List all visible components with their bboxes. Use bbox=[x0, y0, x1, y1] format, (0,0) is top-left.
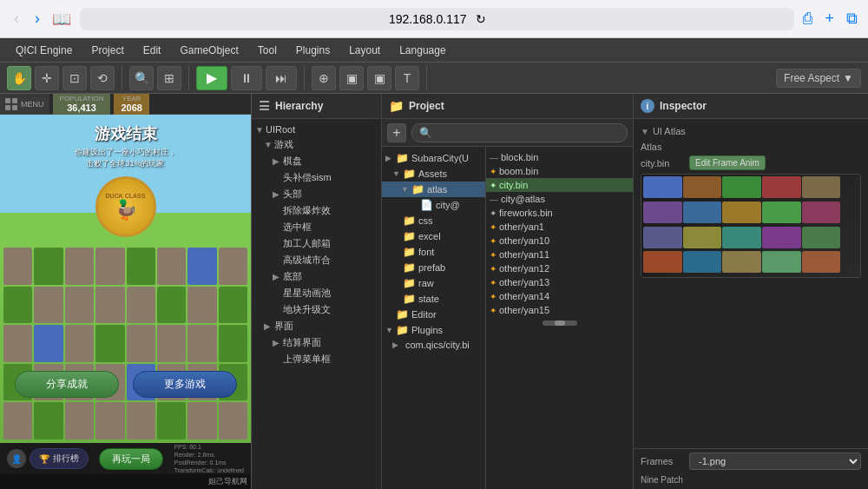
project-toolbar: + 🔍 bbox=[382, 119, 633, 147]
folder-city-at[interactable]: 📄 city@ bbox=[382, 197, 485, 213]
free-aspect-dropdown[interactable]: Free Aspect ▼ bbox=[776, 69, 861, 88]
rotate-tool-button[interactable]: ⟲ bbox=[90, 66, 115, 90]
menu-gameobject[interactable]: GameObject bbox=[171, 42, 247, 59]
free-aspect-label: Free Aspect bbox=[784, 72, 839, 84]
folder-com-qics[interactable]: ▶ com.qics/city.bi bbox=[382, 338, 485, 352]
rank-button[interactable]: 🏆 排行榜 bbox=[30, 448, 89, 469]
share-achievement-button[interactable]: 分享成就 bbox=[15, 371, 119, 398]
menu-tool[interactable]: Tool bbox=[249, 42, 286, 59]
file-city-atlas[interactable]: — city@atlas bbox=[486, 192, 633, 206]
tree-item-menu[interactable]: 上弹菜单框 bbox=[252, 351, 381, 367]
folder-icon: 📁 bbox=[396, 324, 409, 336]
file-fireworks-bin[interactable]: ✦ fireworks.bin bbox=[486, 206, 633, 220]
folder-prefab[interactable]: 📁 prefab bbox=[382, 260, 485, 275]
tree-label: 星星动画池 bbox=[283, 287, 331, 300]
replay-button[interactable]: 再玩一局 bbox=[99, 448, 163, 470]
nine-patch-label: Nine Patch bbox=[641, 475, 683, 485]
project-add-button[interactable]: + bbox=[387, 123, 406, 142]
tree-item-head-comp[interactable]: 头补偿sism bbox=[252, 169, 381, 186]
bookmarks-icon[interactable]: 📖 bbox=[52, 10, 71, 29]
tree-item-explode[interactable]: 拆除爆炸效 bbox=[252, 202, 381, 219]
duck-badge: DUCK CLASS 🦆 bbox=[95, 176, 156, 237]
folder-raw[interactable]: 📁 raw bbox=[382, 275, 485, 291]
more-games-button[interactable]: 更多游戏 bbox=[133, 371, 237, 398]
folder-state[interactable]: 📁 state bbox=[382, 291, 485, 307]
tree-item-star-pool[interactable]: 星星动画池 bbox=[252, 285, 381, 301]
inspector-bottom: Frames -1.png Nine Patch bbox=[634, 448, 868, 489]
url-bar[interactable]: 192.168.0.117 ↻ bbox=[80, 8, 794, 30]
menu-qici-engine[interactable]: QICI Engine bbox=[7, 42, 81, 59]
menu-grid-icon bbox=[5, 98, 17, 110]
hand-tool-button[interactable]: ✋ bbox=[7, 66, 31, 90]
file-other-yan1[interactable]: ✦ other/yan1 bbox=[486, 220, 633, 234]
file-icon-yan1: ✦ bbox=[490, 222, 496, 232]
folder-plugins[interactable]: ▼ 📁 Plugins bbox=[382, 322, 485, 338]
anchor3-tool-button[interactable]: ▣ bbox=[367, 66, 391, 90]
file-other-yan15[interactable]: ✦ other/yan15 bbox=[486, 303, 633, 317]
folder-icon: 📁 bbox=[411, 183, 424, 195]
scale-tool-button[interactable]: ⊡ bbox=[62, 66, 87, 90]
tree-item-ui[interactable]: ▶ 界面 bbox=[252, 318, 381, 334]
file-icon-yan15: ✦ bbox=[490, 306, 496, 315]
file-other-yan14[interactable]: ✦ other/yan14 bbox=[486, 289, 633, 303]
file-other-yan10[interactable]: ✦ other/yan10 bbox=[486, 234, 633, 248]
edit-frame-anim-button[interactable]: Edit Frame Anim bbox=[689, 155, 766, 170]
menu-language[interactable]: Language bbox=[391, 42, 454, 59]
play-button[interactable]: ▶ bbox=[196, 66, 227, 90]
folder-subara-city[interactable]: ▶ 📁 SubaraCity(U bbox=[382, 150, 485, 166]
file-boom-bin[interactable]: ✦ boom.bin bbox=[486, 164, 633, 178]
tree-item-select[interactable]: 选中框 bbox=[252, 219, 381, 235]
tree-item-block-text[interactable]: 地块升级文 bbox=[252, 301, 381, 318]
forward-button[interactable]: › bbox=[31, 10, 43, 28]
folder-label: atlas bbox=[427, 184, 447, 195]
project-search[interactable]: 🔍 bbox=[411, 123, 628, 142]
tree-item-city-adv[interactable]: 高级城市合 bbox=[252, 252, 381, 268]
file-block-bin[interactable]: — block.bin bbox=[486, 150, 633, 164]
move-tool-button[interactable]: ✛ bbox=[35, 66, 59, 90]
zoom-tool-button[interactable]: 🔍 bbox=[129, 66, 154, 90]
folder-font[interactable]: 📁 font bbox=[382, 244, 485, 260]
tree-item-bottom[interactable]: ▶ 底部 bbox=[252, 268, 381, 285]
tree-item-mail[interactable]: 加工人邮箱 bbox=[252, 235, 381, 252]
menu-text: MENU bbox=[21, 100, 44, 109]
folder-excel[interactable]: 📁 excel bbox=[382, 228, 485, 244]
text-tool-button[interactable]: T bbox=[395, 66, 419, 90]
frames-select[interactable]: -1.png bbox=[689, 453, 861, 470]
file-other-yan13[interactable]: ✦ other/yan13 bbox=[486, 275, 633, 289]
tree-item-board[interactable]: ▶ 棋盘 bbox=[252, 153, 381, 169]
folder-assets[interactable]: ▼ 📁 Assets bbox=[382, 166, 485, 182]
atlas-preview bbox=[641, 174, 861, 278]
file-other-yan12[interactable]: ✦ other/yan12 bbox=[486, 261, 633, 275]
folder-label: font bbox=[418, 247, 434, 257]
pause-button[interactable]: ⏸ bbox=[231, 66, 262, 90]
share-button[interactable]: ⎙ bbox=[803, 10, 812, 28]
anchor2-tool-button[interactable]: ▣ bbox=[339, 66, 364, 90]
folder-label: SubaraCity(U bbox=[411, 153, 469, 163]
grid-tool-button[interactable]: ⊞ bbox=[157, 66, 181, 90]
menu-edit[interactable]: Edit bbox=[135, 42, 170, 59]
add-tab-button[interactable]: + bbox=[825, 10, 834, 28]
menu-layout[interactable]: Layout bbox=[340, 42, 389, 59]
step-button[interactable]: ⏭ bbox=[266, 66, 297, 90]
folder-css[interactable]: 📁 css bbox=[382, 213, 485, 228]
folder-label: excel bbox=[418, 231, 441, 241]
folder-label: raw bbox=[418, 278, 434, 288]
anchor1-tool-button[interactable]: ⊕ bbox=[312, 66, 336, 90]
tabs-button[interactable]: ⧉ bbox=[846, 10, 858, 28]
watermark: 妲己导航网 bbox=[0, 474, 251, 489]
section-arrow: ▼ bbox=[641, 127, 649, 136]
folder-editor[interactable]: 📁 Editor bbox=[382, 307, 485, 322]
file-city-bin[interactable]: ✦ city.bin bbox=[486, 178, 633, 192]
section-label: UI Atlas bbox=[653, 126, 686, 136]
tree-item-game[interactable]: ▼ 游戏 bbox=[252, 136, 381, 153]
reload-button[interactable]: ↻ bbox=[476, 12, 486, 26]
menu-plugins[interactable]: Plugins bbox=[287, 42, 339, 59]
folder-atlas[interactable]: ▼ 📁 atlas bbox=[382, 182, 485, 197]
tree-item-head[interactable]: ▶ 头部 bbox=[252, 186, 381, 202]
file-other-yan11[interactable]: ✦ other/yan11 bbox=[486, 248, 633, 261]
folder-icon: 📁 bbox=[403, 277, 416, 289]
tree-item-settle[interactable]: ▶ 结算界面 bbox=[252, 334, 381, 351]
tree-item-uiroot[interactable]: ▼ UIRoot bbox=[252, 122, 381, 136]
back-button[interactable]: ‹ bbox=[10, 10, 23, 28]
menu-project[interactable]: Project bbox=[82, 42, 132, 59]
